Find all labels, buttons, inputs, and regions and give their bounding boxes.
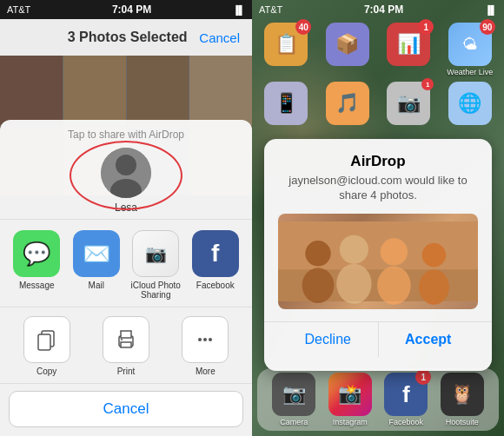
- right-phone: AT&T 7:04 PM ▐▌ 📋 40 📦 📊 1 🌤 90: [252, 0, 504, 436]
- airdrop-contact[interactable]: Lesa: [12, 148, 240, 214]
- icloud-icon: 📷: [132, 230, 179, 277]
- home-icon-img-1: 📦: [326, 23, 369, 66]
- accept-button[interactable]: Accept: [379, 322, 479, 357]
- mail-label: Mail: [89, 281, 104, 290]
- left-time: 7:04 PM: [112, 3, 151, 16]
- airdrop-section: Tap to share with AirDrop Lesa: [0, 120, 252, 220]
- svg-point-10: [203, 338, 207, 341]
- home-icons-top: 📋 40 📦 📊 1 🌤 90 Weather Live 📱: [252, 19, 504, 132]
- copy-action[interactable]: Copy: [21, 316, 73, 376]
- app-icon-message[interactable]: 💬 Message: [10, 230, 63, 300]
- app-icon-icloud[interactable]: 📷 iCloud Photo Sharing: [129, 230, 182, 300]
- home-icon-7[interactable]: 🌐: [441, 82, 500, 129]
- home-icon-img-0: 📋 40: [264, 23, 308, 66]
- instagram-dock-icon: 📸: [328, 373, 372, 416]
- badge-weather: 90: [480, 19, 495, 35]
- hootsuite-dock-label: Hootsuite: [446, 418, 479, 426]
- app-icon-mail[interactable]: ✉️ Mail: [70, 230, 123, 300]
- camera-dock-label: Camera: [280, 418, 308, 426]
- photo-cell: [0, 56, 63, 125]
- dialog-buttons: Decline Accept: [278, 322, 478, 357]
- more-label: More: [196, 367, 216, 376]
- home-icon-weather[interactable]: 🌤 90 Weather Live: [441, 23, 500, 78]
- dock-camera[interactable]: 📷 Camera: [272, 373, 315, 426]
- print-action[interactable]: Print: [100, 316, 152, 376]
- right-status-bar: AT&T 7:04 PM ▐▌: [252, 0, 504, 19]
- right-carrier: AT&T: [259, 4, 282, 15]
- home-icon-img-7: 🌐: [448, 82, 492, 125]
- cancel-bottom-label: Cancel: [103, 400, 149, 418]
- home-icon-6[interactable]: 📷 1: [380, 82, 438, 129]
- print-icon: [103, 316, 149, 363]
- hootsuite-dock-icon: 🦉: [441, 373, 484, 416]
- facebook-badge: 1: [415, 369, 431, 385]
- photos-header: 3 Photos Selected Cancel: [0, 19, 252, 56]
- home-icon-img-5: 🎵: [326, 82, 369, 125]
- airdrop-dialog: AirDrop jaynelson@icloud.com would like …: [264, 139, 492, 371]
- left-phone: AT&T 7:04 PM ▐▌ 3 Photos Selected Cancel…: [0, 0, 252, 436]
- copy-icon: [23, 316, 70, 363]
- more-svg: [193, 327, 217, 352]
- home-icon-0[interactable]: 📋 40: [257, 23, 315, 78]
- app-icons-row: 💬 Message ✉️ Mail 📷 iCloud Photo Sharing…: [0, 220, 252, 307]
- cancel-bottom-button[interactable]: Cancel: [9, 391, 243, 427]
- share-sheet: Tap to share with AirDrop Lesa 💬 Message: [0, 120, 252, 436]
- home-icon-img-4: 📱: [264, 82, 308, 125]
- copy-svg: [35, 327, 59, 352]
- weather-label: Weather Live: [447, 68, 493, 76]
- svg-rect-4: [38, 334, 50, 350]
- airdrop-oval: [70, 141, 182, 210]
- photo-cell: [127, 56, 189, 125]
- facebook-dock-icon: f 1: [384, 373, 428, 416]
- airdrop-hint: Tap to share with AirDrop: [12, 129, 240, 141]
- home-icon-4[interactable]: 📱: [257, 82, 315, 129]
- icloud-label: iCloud Photo Sharing: [129, 281, 182, 300]
- dialog-subtitle: jaynelson@icloud.com would like to share…: [278, 174, 478, 203]
- dialog-photo: [278, 214, 478, 309]
- dialog-photo-inner: [278, 214, 478, 309]
- left-battery-icon: ▐▌: [233, 5, 245, 15]
- badge-6: 1: [421, 78, 434, 90]
- dock: 📷 Camera 📸 Instagram f 1 Facebook 🦉 Hoot…: [257, 368, 499, 431]
- group-photo-svg: [278, 218, 478, 305]
- photos-cancel-button[interactable]: Cancel: [199, 30, 240, 45]
- svg-point-8: [121, 339, 123, 340]
- home-icon-5[interactable]: 🎵: [319, 82, 377, 129]
- svg-rect-7: [121, 342, 131, 347]
- badge-2: 1: [418, 19, 434, 35]
- message-label: Message: [19, 281, 55, 290]
- home-icon-1[interactable]: 📦: [319, 23, 377, 78]
- right-time: 7:04 PM: [364, 3, 403, 16]
- badge-0: 40: [295, 19, 311, 35]
- left-carrier: AT&T: [7, 4, 30, 15]
- copy-label: Copy: [36, 367, 56, 376]
- svg-point-9: [198, 338, 202, 341]
- facebook-icon: f: [192, 230, 239, 277]
- camera-dock-icon: 📷: [272, 373, 315, 416]
- photos-title: 3 Photos Selected: [56, 30, 199, 45]
- photo-cell: [189, 56, 252, 125]
- more-icon: [182, 316, 229, 363]
- facebook-dock-label: Facebook: [388, 418, 423, 426]
- message-icon: 💬: [13, 230, 60, 277]
- action-icons-row: Copy Print: [0, 307, 252, 384]
- left-status-bar: AT&T 7:04 PM ▐▌: [0, 0, 252, 19]
- dock-instagram[interactable]: 📸 Instagram: [328, 373, 372, 426]
- mail-icon: ✉️: [73, 230, 120, 277]
- more-action[interactable]: More: [179, 316, 231, 376]
- decline-button[interactable]: Decline: [278, 322, 379, 357]
- svg-point-11: [209, 338, 212, 341]
- app-icon-facebook[interactable]: f Facebook: [189, 230, 242, 300]
- instagram-dock-label: Instagram: [333, 418, 368, 426]
- home-icon-img-2: 📊 1: [387, 23, 430, 66]
- photo-cell: [63, 56, 126, 125]
- facebook-label: Facebook: [196, 281, 235, 290]
- dock-hootsuite[interactable]: 🦉 Hootsuite: [441, 373, 484, 426]
- home-icon-2[interactable]: 📊 1: [380, 23, 438, 78]
- dock-facebook[interactable]: f 1 Facebook: [384, 373, 428, 426]
- dialog-title: AirDrop: [278, 153, 478, 170]
- svg-rect-22: [278, 221, 478, 301]
- right-battery-icon: ▐▌: [485, 5, 497, 15]
- svg-rect-6: [121, 331, 131, 338]
- home-icon-img-6: 📷 1: [387, 82, 430, 125]
